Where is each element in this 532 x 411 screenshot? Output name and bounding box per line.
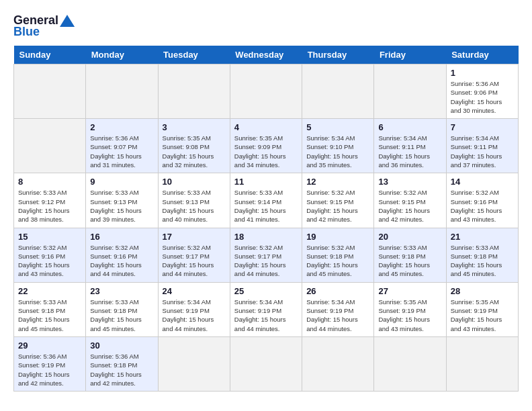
day-number: 25	[234, 286, 298, 296]
day-number: 29	[18, 340, 81, 351]
calendar-day-cell: 28Sunrise: 5:35 AMSunset: 9:19 PMDayligh…	[446, 282, 518, 336]
empty-cell	[158, 64, 230, 119]
empty-cell	[14, 64, 86, 119]
calendar-day-cell: 4Sunrise: 5:35 AMSunset: 9:09 PMDaylight…	[230, 119, 302, 173]
calendar-day-cell: 25Sunrise: 5:34 AMSunset: 9:19 PMDayligh…	[230, 282, 302, 336]
calendar-day-cell: 7Sunrise: 5:34 AMSunset: 9:11 PMDaylight…	[446, 119, 518, 173]
column-header-monday: Monday	[86, 46, 158, 64]
day-info: Sunrise: 5:34 AMSunset: 9:19 PMDaylight:…	[306, 298, 369, 333]
column-header-tuesday: Tuesday	[158, 46, 230, 64]
column-header-friday: Friday	[374, 46, 446, 64]
day-info: Sunrise: 5:32 AMSunset: 9:17 PMDaylight:…	[234, 243, 298, 279]
day-number: 22	[18, 286, 81, 296]
day-number: 9	[90, 177, 153, 187]
day-info: Sunrise: 5:35 AMSunset: 9:19 PMDaylight:…	[451, 298, 514, 333]
logo-blue: Blue	[13, 25, 40, 39]
calendar-day-cell: 19Sunrise: 5:32 AMSunset: 9:18 PMDayligh…	[302, 228, 374, 282]
calendar-day-cell: 2Sunrise: 5:36 AMSunset: 9:07 PMDaylight…	[86, 119, 158, 173]
calendar-day-cell: 26Sunrise: 5:34 AMSunset: 9:19 PMDayligh…	[302, 282, 374, 336]
day-info: Sunrise: 5:33 AMSunset: 9:14 PMDaylight:…	[234, 188, 298, 224]
day-number: 3	[163, 122, 226, 132]
day-info: Sunrise: 5:33 AMSunset: 9:18 PMDaylight:…	[451, 243, 514, 279]
day-number: 16	[90, 232, 153, 242]
day-number: 14	[451, 177, 514, 187]
day-info: Sunrise: 5:36 AMSunset: 9:06 PMDaylight:…	[451, 79, 514, 115]
calendar-day-cell: 23Sunrise: 5:33 AMSunset: 9:18 PMDayligh…	[86, 282, 158, 336]
day-info: Sunrise: 5:32 AMSunset: 9:16 PMDaylight:…	[18, 243, 81, 279]
column-header-saturday: Saturday	[446, 46, 518, 64]
day-info: Sunrise: 5:32 AMSunset: 9:16 PMDaylight:…	[451, 188, 514, 224]
day-info: Sunrise: 5:35 AMSunset: 9:19 PMDaylight:…	[378, 298, 441, 333]
calendar-day-cell: 1Sunrise: 5:36 AMSunset: 9:06 PMDaylight…	[446, 64, 518, 119]
calendar-week-row: 22Sunrise: 5:33 AMSunset: 9:18 PMDayligh…	[14, 282, 519, 336]
day-number: 6	[378, 122, 441, 132]
empty-cell	[86, 64, 158, 119]
column-header-wednesday: Wednesday	[230, 46, 302, 64]
day-number: 1	[451, 68, 514, 78]
day-info: Sunrise: 5:33 AMSunset: 9:13 PMDaylight:…	[90, 188, 153, 224]
calendar-day-cell: 30Sunrise: 5:36 AMSunset: 9:18 PMDayligh…	[86, 336, 158, 391]
calendar-day-cell: 13Sunrise: 5:32 AMSunset: 9:15 PMDayligh…	[374, 173, 446, 228]
calendar-header-row: SundayMondayTuesdayWednesdayThursdayFrid…	[14, 46, 519, 64]
calendar-table: SundayMondayTuesdayWednesdayThursdayFrid…	[13, 46, 519, 392]
day-number: 13	[378, 177, 441, 187]
day-number: 18	[234, 232, 298, 242]
calendar-day-cell: 17Sunrise: 5:32 AMSunset: 9:17 PMDayligh…	[158, 228, 230, 282]
calendar-day-cell: 10Sunrise: 5:33 AMSunset: 9:13 PMDayligh…	[158, 173, 230, 228]
day-number: 21	[451, 232, 514, 242]
calendar-day-cell: 5Sunrise: 5:34 AMSunset: 9:10 PMDaylight…	[302, 119, 374, 173]
column-header-sunday: Sunday	[14, 46, 86, 64]
calendar-day-cell: 21Sunrise: 5:33 AMSunset: 9:18 PMDayligh…	[446, 228, 518, 282]
calendar-day-cell: 12Sunrise: 5:32 AMSunset: 9:15 PMDayligh…	[302, 173, 374, 228]
empty-cell	[374, 336, 446, 391]
day-info: Sunrise: 5:34 AMSunset: 9:10 PMDaylight:…	[306, 134, 369, 169]
day-number: 5	[306, 122, 369, 132]
logo: General Blue	[13, 13, 75, 39]
day-number: 7	[451, 122, 514, 132]
day-info: Sunrise: 5:36 AMSunset: 9:07 PMDaylight:…	[90, 134, 153, 169]
calendar-day-cell: 8Sunrise: 5:33 AMSunset: 9:12 PMDaylight…	[14, 173, 86, 228]
day-info: Sunrise: 5:35 AMSunset: 9:09 PMDaylight:…	[234, 134, 298, 169]
empty-cell	[230, 64, 302, 119]
day-number: 20	[378, 232, 441, 242]
day-info: Sunrise: 5:32 AMSunset: 9:18 PMDaylight:…	[306, 243, 369, 279]
calendar-day-cell: 16Sunrise: 5:32 AMSunset: 9:16 PMDayligh…	[86, 228, 158, 282]
day-number: 23	[90, 286, 153, 296]
day-info: Sunrise: 5:33 AMSunset: 9:18 PMDaylight:…	[378, 243, 441, 279]
calendar-day-cell: 9Sunrise: 5:33 AMSunset: 9:13 PMDaylight…	[86, 173, 158, 228]
calendar-week-row: 1Sunrise: 5:36 AMSunset: 9:06 PMDaylight…	[14, 64, 519, 119]
calendar-day-cell: 15Sunrise: 5:32 AMSunset: 9:16 PMDayligh…	[14, 228, 86, 282]
day-number: 8	[18, 177, 81, 187]
calendar-week-row: 2Sunrise: 5:36 AMSunset: 9:07 PMDaylight…	[14, 119, 519, 173]
day-info: Sunrise: 5:33 AMSunset: 9:12 PMDaylight:…	[18, 188, 81, 224]
calendar-day-cell: 22Sunrise: 5:33 AMSunset: 9:18 PMDayligh…	[14, 282, 86, 336]
calendar-day-cell: 6Sunrise: 5:34 AMSunset: 9:11 PMDaylight…	[374, 119, 446, 173]
calendar-week-row: 15Sunrise: 5:32 AMSunset: 9:16 PMDayligh…	[14, 228, 519, 282]
day-number: 4	[234, 122, 298, 132]
column-header-thursday: Thursday	[302, 46, 374, 64]
empty-cell	[302, 336, 374, 391]
day-info: Sunrise: 5:33 AMSunset: 9:13 PMDaylight:…	[163, 188, 226, 224]
day-number: 15	[18, 232, 81, 242]
empty-cell	[302, 64, 374, 119]
day-number: 19	[306, 232, 369, 242]
day-info: Sunrise: 5:36 AMSunset: 9:18 PMDaylight:…	[90, 352, 153, 387]
calendar-week-row: 29Sunrise: 5:36 AMSunset: 9:19 PMDayligh…	[14, 336, 519, 391]
calendar-day-cell: 18Sunrise: 5:32 AMSunset: 9:17 PMDayligh…	[230, 228, 302, 282]
day-number: 10	[163, 177, 226, 187]
empty-cell	[374, 64, 446, 119]
day-info: Sunrise: 5:33 AMSunset: 9:18 PMDaylight:…	[90, 298, 153, 333]
calendar-day-cell: 27Sunrise: 5:35 AMSunset: 9:19 PMDayligh…	[374, 282, 446, 336]
empty-cell	[158, 336, 230, 391]
day-info: Sunrise: 5:32 AMSunset: 9:15 PMDaylight:…	[378, 188, 441, 224]
logo-icon	[60, 15, 75, 27]
calendar-week-row: 8Sunrise: 5:33 AMSunset: 9:12 PMDaylight…	[14, 173, 519, 228]
day-number: 2	[90, 122, 153, 132]
page-header: General Blue	[13, 13, 519, 39]
day-number: 30	[90, 340, 153, 351]
calendar-day-cell: 14Sunrise: 5:32 AMSunset: 9:16 PMDayligh…	[446, 173, 518, 228]
day-number: 26	[306, 286, 369, 296]
calendar-day-cell: 24Sunrise: 5:34 AMSunset: 9:19 PMDayligh…	[158, 282, 230, 336]
calendar-day-cell: 11Sunrise: 5:33 AMSunset: 9:14 PMDayligh…	[230, 173, 302, 228]
day-info: Sunrise: 5:34 AMSunset: 9:19 PMDaylight:…	[163, 298, 226, 333]
